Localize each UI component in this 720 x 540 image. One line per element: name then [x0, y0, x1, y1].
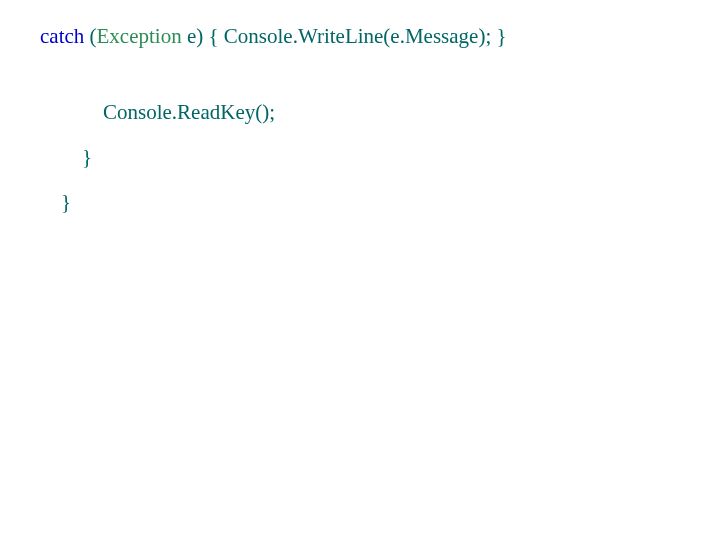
blank-line — [40, 64, 720, 102]
code-block: catch (Exception e) { Console.WriteLine(… — [0, 0, 720, 213]
blank-line — [40, 185, 720, 192]
code-line-catch: catch (Exception e) { Console.WriteLine(… — [40, 26, 720, 47]
blank-line — [40, 140, 720, 147]
type-exception: Exception — [97, 24, 182, 48]
code-line-close-brace-inner: } — [40, 147, 720, 168]
keyword-catch: catch — [40, 24, 84, 48]
catch-body: e) { Console.WriteLine(e.Message); } — [187, 24, 507, 48]
code-line-readkey: Console.ReadKey(); — [40, 102, 720, 123]
code-line-close-brace-outer: } — [40, 192, 720, 213]
paren-open: ( — [90, 24, 97, 48]
